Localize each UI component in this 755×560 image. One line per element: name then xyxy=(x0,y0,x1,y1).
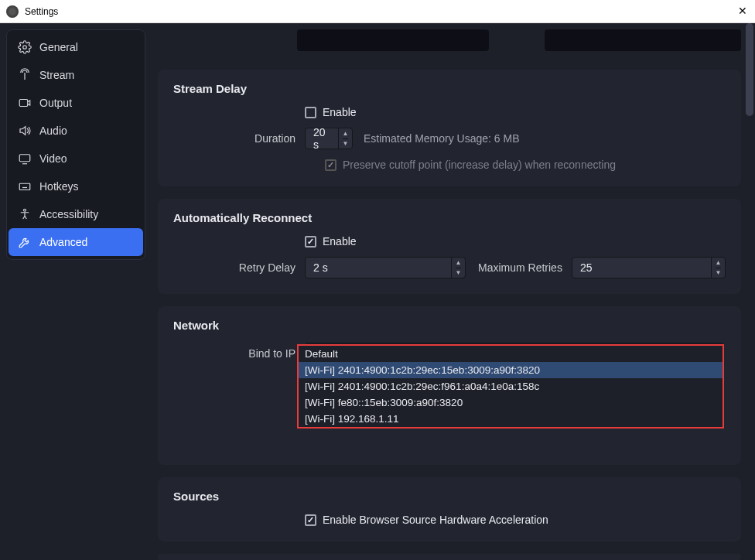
label-duration: Duration xyxy=(173,132,305,145)
clipped-field-right[interactable] xyxy=(545,29,741,51)
keyboard-icon xyxy=(18,179,32,193)
checkbox-label: Preserve cutoff point (increase delay) w… xyxy=(343,159,616,171)
panel-heading: Network xyxy=(173,319,726,332)
checkbox-preserve-cutoff xyxy=(325,159,337,171)
checkbox-label: Enable xyxy=(323,106,357,118)
chevron-down-icon[interactable]: ▼ xyxy=(456,268,462,278)
window-title: Settings xyxy=(25,6,58,17)
chevron-down-icon[interactable]: ▼ xyxy=(716,268,722,278)
svg-point-0 xyxy=(23,46,27,50)
antenna-icon xyxy=(18,68,32,82)
app-body: General Stream Output Audio Video Hotkey… xyxy=(0,23,755,560)
label-bind-ip: Bind to IP xyxy=(173,347,305,360)
input-value: 25 xyxy=(572,261,711,274)
checkbox-stream-delay-enable[interactable] xyxy=(305,107,316,118)
svg-rect-6 xyxy=(19,183,30,190)
panel-sources: Sources Enable Browser Source Hardware A… xyxy=(158,477,741,541)
input-max-retries[interactable]: 25 ▲▼ xyxy=(572,257,726,278)
content-area: Stream Delay Enable Duration 20 s ▲▼ Est… xyxy=(152,23,755,560)
svg-point-13 xyxy=(24,209,26,211)
dropdown-option[interactable]: [Wi-Fi] fe80::15eb:3009:a90f:3820 xyxy=(299,394,723,411)
sidebar-item-label: Audio xyxy=(39,125,67,137)
panel-heading: Stream Delay xyxy=(173,82,726,95)
sidebar-item-general[interactable]: General xyxy=(9,33,143,61)
accessibility-icon xyxy=(18,207,32,221)
chevron-down-icon[interactable]: ▼ xyxy=(343,139,349,149)
sidebar-item-label: General xyxy=(39,41,78,53)
chevron-up-icon[interactable]: ▲ xyxy=(456,258,462,268)
checkbox-browser-hw-accel[interactable] xyxy=(305,514,316,526)
spinner[interactable]: ▲▼ xyxy=(711,258,725,278)
sidebar-item-label: Advanced xyxy=(39,236,87,248)
sidebar-item-label: Output xyxy=(39,97,72,109)
output-icon xyxy=(18,96,32,110)
checkbox-label: Enable Browser Source Hardware Accelerat… xyxy=(323,514,548,526)
speaker-icon xyxy=(18,124,32,138)
sidebar-item-label: Accessibility xyxy=(39,208,98,220)
scrollbar-thumb[interactable] xyxy=(746,23,753,116)
monitor-icon xyxy=(18,152,32,166)
dropdown-bind-ip-list: Default [Wi-Fi] 2401:4900:1c2b:29ec:15eb… xyxy=(297,344,724,429)
panel-heading: Automatically Reconnect xyxy=(173,211,726,224)
panel-auto-reconnect: Automatically Reconnect Enable Retry Del… xyxy=(158,199,741,294)
sidebar-item-label: Hotkeys xyxy=(39,180,79,193)
sidebar-item-accessibility[interactable]: Accessibility xyxy=(9,200,143,228)
svg-marker-3 xyxy=(20,127,26,135)
panel-clipped-bottom xyxy=(158,554,741,560)
label-retry-delay: Retry Delay xyxy=(173,261,305,274)
sidebar-item-video[interactable]: Video xyxy=(9,145,143,172)
checkbox-label: Enable xyxy=(323,235,357,248)
dropdown-option[interactable]: [Wi-Fi] 2401:4900:1c2b:29ec:f961:a0a4:1e… xyxy=(299,378,723,394)
title-bar: Settings ✕ xyxy=(0,0,755,23)
spinner[interactable]: ▲▼ xyxy=(338,128,352,149)
spinner[interactable]: ▲▼ xyxy=(451,258,465,278)
chevron-up-icon[interactable]: ▲ xyxy=(716,258,722,268)
obs-logo-icon xyxy=(6,5,19,18)
gear-icon xyxy=(18,40,32,54)
sidebar-item-label: Video xyxy=(39,152,67,165)
dropdown-option[interactable]: [Wi-Fi] 192.168.1.11 xyxy=(299,411,723,427)
panel-stream-delay: Stream Delay Enable Duration 20 s ▲▼ Est… xyxy=(158,70,741,186)
input-value: 2 s xyxy=(306,261,451,274)
close-icon[interactable]: ✕ xyxy=(738,5,747,17)
tools-icon xyxy=(18,235,32,249)
svg-rect-2 xyxy=(19,100,28,107)
memory-usage-hint: Estimated Memory Usage: 6 MB xyxy=(364,132,520,145)
panel-heading: Sources xyxy=(173,490,726,503)
partial-clipped-row xyxy=(158,23,741,51)
chevron-up-icon[interactable]: ▲ xyxy=(343,128,349,139)
sidebar-item-advanced[interactable]: Advanced xyxy=(9,228,143,256)
label-max-retries: Maximum Retries xyxy=(478,261,562,274)
input-value: 20 s xyxy=(306,126,338,151)
clipped-field-left[interactable] xyxy=(297,29,489,51)
sidebar-item-label: Stream xyxy=(39,69,74,81)
sidebar-item-stream[interactable]: Stream xyxy=(9,61,143,89)
svg-rect-4 xyxy=(19,155,30,162)
input-duration[interactable]: 20 s ▲▼ xyxy=(305,128,353,149)
sidebar-item-hotkeys[interactable]: Hotkeys xyxy=(9,172,143,200)
dropdown-option[interactable]: [Wi-Fi] 2401:4900:1c2b:29ec:15eb:3009:a9… xyxy=(299,362,723,378)
sidebar-item-output[interactable]: Output xyxy=(9,89,143,117)
checkbox-auto-reconnect-enable[interactable] xyxy=(305,236,316,248)
input-retry-delay[interactable]: 2 s ▲▼ xyxy=(305,257,466,278)
sidebar-item-audio[interactable]: Audio xyxy=(9,117,143,145)
dropdown-option[interactable]: Default xyxy=(299,346,723,362)
sidebar: General Stream Output Audio Video Hotkey… xyxy=(6,29,145,260)
